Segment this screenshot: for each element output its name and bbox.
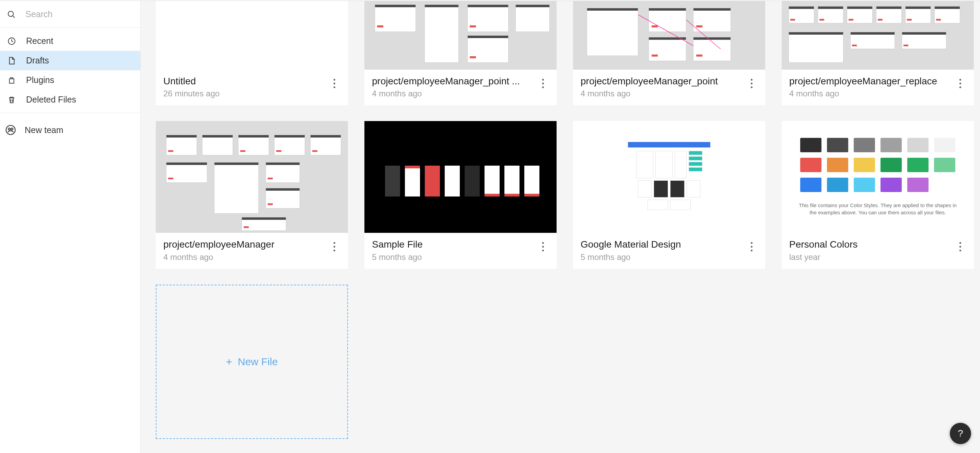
wireframe-preview — [156, 121, 348, 233]
color-swatch — [800, 158, 821, 172]
gmd-preview — [628, 142, 710, 212]
color-swatch — [907, 158, 929, 172]
file-grid: Untitled 26 minutes ago — [156, 1, 966, 439]
file-thumbnail — [573, 121, 765, 233]
file-time: last year — [789, 253, 951, 262]
sidebar-item-label: Plugins — [26, 75, 54, 85]
file-card-footer: project/employeeManager 4 months ago — [156, 233, 348, 269]
sidebar-item-recent[interactable]: Recent — [0, 31, 140, 51]
search-input[interactable] — [25, 9, 134, 19]
file-card-text: project/employeeManager_point 4 months a… — [581, 75, 743, 99]
file-card[interactable]: Untitled 26 minutes ago — [156, 1, 348, 105]
file-card[interactable]: Sample File 5 months ago — [364, 121, 557, 269]
color-swatch — [934, 158, 955, 172]
file-more-button[interactable] — [745, 75, 758, 92]
file-title: project/employeeManager — [163, 238, 325, 251]
file-card[interactable]: This file contains your Color Styles. Th… — [782, 121, 974, 269]
plus-icon: + — [226, 356, 232, 367]
file-card[interactable]: project/employeeManager_replace 4 months… — [782, 1, 974, 105]
file-title: project/employeeManager_point ... — [372, 75, 534, 87]
file-icon — [7, 56, 16, 65]
color-swatch — [880, 138, 902, 152]
file-more-button[interactable] — [328, 238, 340, 255]
file-card-text: project/employeeManager_replace 4 months… — [789, 75, 951, 99]
svg-point-6 — [8, 128, 10, 130]
file-card-footer: Untitled 26 minutes ago — [156, 70, 348, 105]
color-swatch — [854, 158, 875, 172]
sidebar-teams: New team — [0, 113, 140, 147]
color-swatch — [880, 178, 902, 192]
sidebar-item-plugins[interactable]: Plugins — [0, 70, 140, 90]
file-time: 4 months ago — [163, 253, 325, 262]
file-title: project/employeeManager_point — [581, 75, 743, 87]
color-swatch — [854, 138, 875, 152]
main-content: Untitled 26 minutes ago — [141, 1, 980, 453]
new-file-label: New File — [238, 356, 278, 368]
color-swatch — [907, 138, 929, 152]
search-icon — [7, 10, 16, 19]
file-thumbnail — [364, 1, 557, 70]
file-more-button[interactable] — [954, 238, 966, 255]
file-card-text: project/employeeManager_point ... 4 mont… — [372, 75, 534, 99]
file-card-footer: project/employeeManager_replace 4 months… — [782, 70, 974, 105]
sidebar-new-team-label: New team — [25, 125, 64, 135]
file-card[interactable]: project/employeeManager_point ... 4 mont… — [364, 1, 557, 105]
file-more-button[interactable] — [328, 75, 340, 92]
file-thumbnail: This file contains your Color Styles. Th… — [782, 121, 974, 233]
file-title: Sample File — [372, 238, 534, 251]
sidebar-item-label: Drafts — [26, 56, 49, 65]
file-card[interactable]: Google Material Design 5 months ago — [573, 121, 765, 269]
team-icon — [5, 124, 16, 136]
svg-point-7 — [11, 128, 13, 130]
color-swatch — [827, 178, 848, 192]
plugin-icon — [7, 75, 16, 85]
file-more-button[interactable] — [537, 238, 549, 255]
file-thumbnail — [364, 121, 557, 233]
file-card-text: Personal Colors last year — [789, 238, 951, 262]
file-title: Untitled — [163, 75, 325, 87]
sidebar-item-label: Recent — [26, 36, 53, 46]
svg-line-8 — [638, 15, 693, 46]
sidebar-item-label: Deleted Files — [26, 95, 76, 105]
wireframe-preview — [573, 1, 765, 70]
wireframe-preview — [782, 1, 974, 70]
file-card-text: Google Material Design 5 months ago — [581, 238, 743, 262]
colors-caption: This file contains your Color Styles. Th… — [795, 202, 960, 216]
file-time: 5 months ago — [372, 253, 534, 262]
new-file-button[interactable]: + New File — [156, 285, 348, 439]
file-card[interactable]: project/employeeManager 4 months ago — [156, 121, 348, 269]
file-title: project/employeeManager_replace — [789, 75, 951, 87]
sidebar: Recent Drafts Plugins Deleted Files — [0, 1, 141, 453]
file-thumbnail — [782, 1, 974, 70]
svg-point-0 — [8, 11, 13, 16]
file-card-footer: project/employeeManager_point 4 months a… — [573, 70, 765, 105]
sidebar-new-team[interactable]: New team — [0, 121, 140, 139]
help-button[interactable]: ? — [950, 423, 971, 444]
trash-icon — [7, 95, 16, 105]
file-card-text: Sample File 5 months ago — [372, 238, 534, 262]
file-thumbnail — [573, 1, 765, 70]
file-more-button[interactable] — [745, 238, 758, 255]
file-time: 26 minutes ago — [163, 89, 325, 99]
sidebar-item-deleted[interactable]: Deleted Files — [0, 90, 140, 110]
wireframe-preview — [364, 1, 557, 70]
file-more-button[interactable] — [537, 75, 549, 92]
file-title: Personal Colors — [789, 238, 951, 251]
sidebar-item-drafts[interactable]: Drafts — [0, 51, 140, 70]
svg-point-5 — [6, 126, 16, 135]
color-swatch — [827, 138, 848, 152]
file-card-footer: project/employeeManager_point ... 4 mont… — [364, 70, 557, 105]
file-card-footer: Sample File 5 months ago — [364, 233, 557, 269]
sidebar-nav: Recent Drafts Plugins Deleted Files — [0, 28, 140, 113]
search-row — [0, 1, 140, 28]
file-thumbnail — [156, 1, 348, 70]
file-card[interactable]: project/employeeManager_point 4 months a… — [573, 1, 765, 105]
help-icon: ? — [958, 428, 963, 439]
color-swatch — [800, 178, 821, 192]
file-card-text: project/employeeManager 4 months ago — [163, 238, 325, 262]
clock-icon — [7, 37, 16, 46]
file-more-button[interactable] — [954, 75, 966, 92]
color-swatch — [854, 178, 875, 192]
color-swatch — [907, 178, 929, 192]
svg-line-1 — [13, 16, 15, 18]
